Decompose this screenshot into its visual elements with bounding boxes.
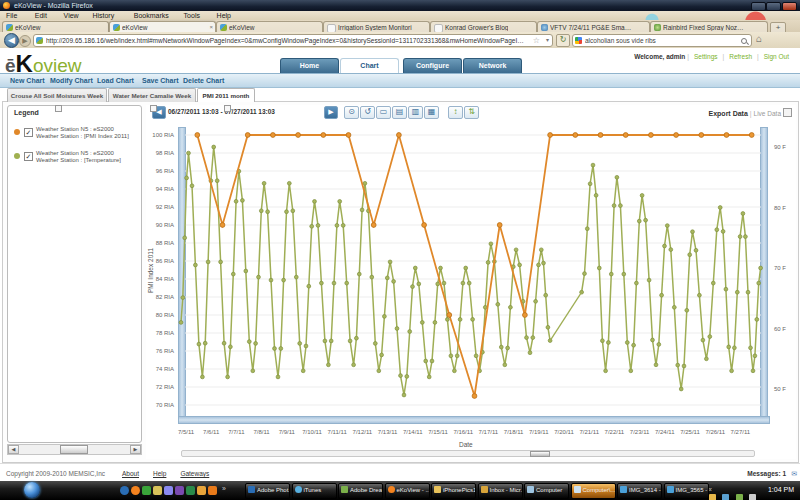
search-field[interactable]: alcoholian sous vide ribs	[572, 34, 752, 47]
vertical-zoom-icon[interactable]: ↕	[448, 106, 463, 119]
subnav-modify-chart[interactable]: Modify Chart	[50, 77, 93, 84]
tray-icon-2[interactable]	[722, 494, 729, 500]
subnav-new-chart[interactable]: New Chart	[10, 77, 45, 84]
media-player-icon[interactable]	[142, 486, 151, 495]
messages-icon[interactable]: ✉	[791, 470, 797, 478]
tray-icon-3[interactable]	[736, 494, 743, 500]
taskbar-button-1[interactable]: Adobe Phot...	[245, 483, 290, 499]
search-magnifier-icon[interactable]	[741, 38, 747, 44]
temperature-point	[509, 305, 513, 309]
chart-scrollbar[interactable]	[181, 450, 755, 457]
temperature-point	[609, 272, 613, 276]
menu-help[interactable]: Help	[217, 12, 231, 19]
next-range-button[interactable]: ▶	[324, 106, 338, 119]
settings-link[interactable]: Settings	[694, 53, 718, 60]
nav-tab-chart[interactable]: Chart	[340, 58, 399, 73]
menu-file[interactable]: File	[6, 12, 17, 19]
scroll-right-arrow[interactable]: ▶	[130, 445, 141, 454]
close-button[interactable]	[782, 2, 797, 11]
menu-tools[interactable]: Tools	[184, 12, 200, 19]
start-button[interactable]	[24, 482, 40, 498]
menu-bookmarks[interactable]: Bookmarks	[134, 12, 169, 19]
taskbar-button-2[interactable]: iTunes	[292, 483, 337, 499]
taskbar-button-10[interactable]: IMG_3565 - ...	[664, 483, 709, 499]
taskbar-button-4[interactable]: eKoView - ...	[385, 483, 430, 499]
quick-launch-overflow-icon[interactable]: »	[222, 485, 226, 492]
taskbar-button-6[interactable]: Inbox - Micr...	[478, 483, 523, 499]
undo-zoom-icon[interactable]: ↺	[360, 106, 375, 119]
nav-tab-configure[interactable]: Configure	[403, 58, 462, 73]
footer-link-help[interactable]: Help	[153, 470, 166, 477]
menu-view[interactable]: View	[64, 12, 79, 19]
doc-tab-2[interactable]: Water Meter Camalie Week	[108, 88, 196, 102]
plot-region[interactable]	[178, 127, 768, 424]
legend-scroll-thumb[interactable]	[60, 445, 88, 454]
interval-clock-icon[interactable]: ⊙	[344, 106, 359, 119]
back-button[interactable]: ◀	[4, 33, 19, 48]
export-data-link[interactable]: Export Data	[709, 110, 748, 117]
nav-tab-network[interactable]: Network	[463, 58, 522, 73]
bookmark-star-icon[interactable]: ☆	[533, 35, 540, 46]
firefox-icon[interactable]	[131, 486, 140, 495]
legend-scrollbar[interactable]: ◀ ▶	[7, 444, 142, 455]
footer-link-about[interactable]: About	[122, 470, 139, 477]
subnav-save-chart[interactable]: Save Chart	[142, 77, 179, 84]
tab-close-icon[interactable]: ×	[209, 24, 213, 30]
temperature-point	[411, 285, 415, 289]
taskbar-button-5[interactable]: iPhonePics11	[431, 483, 476, 499]
left-axis-tick: 96 RIA	[146, 168, 174, 174]
messenger-icon[interactable]	[175, 486, 184, 495]
temperature-point	[363, 181, 367, 185]
temperature-point	[212, 145, 216, 149]
chart-scroll-thumb[interactable]	[530, 451, 550, 457]
taskbar-clock: 1:04 PM	[768, 486, 794, 493]
print-icon[interactable]: ▤	[392, 106, 407, 119]
ie-icon[interactable]	[120, 486, 129, 495]
live-data-checkbox[interactable]	[783, 108, 792, 117]
excel-icon[interactable]	[186, 486, 195, 495]
menu-edit[interactable]: Edit	[35, 12, 47, 19]
doc-tab-close-icon[interactable]	[55, 105, 62, 112]
sign-out-link[interactable]: Sign Out	[764, 53, 789, 60]
explorer-icon[interactable]	[153, 486, 162, 495]
doc-tab-1[interactable]: Crouse All Soil Moistures Week	[7, 88, 107, 102]
doc-tab-close-icon[interactable]	[224, 105, 231, 112]
tray-volume-icon[interactable]	[749, 494, 756, 500]
doc-tab-close-icon[interactable]	[150, 105, 157, 112]
fit-window-icon[interactable]: ▭	[376, 106, 391, 119]
temperature-point	[685, 308, 689, 312]
minimize-button[interactable]	[751, 2, 766, 11]
doc-tab-3[interactable]: PMI 2011 month	[197, 88, 255, 102]
taskbar-button-8[interactable]: Computer\...	[571, 483, 616, 499]
reload-button[interactable]: ↻	[556, 34, 570, 47]
subnav-delete-chart[interactable]: Delete Chart	[183, 77, 224, 84]
legend-checkbox[interactable]: ✓	[24, 128, 33, 137]
taskbar-button-7[interactable]: Computer	[524, 483, 569, 499]
temperature-point	[669, 248, 673, 252]
refresh-link[interactable]: Refresh	[729, 53, 752, 60]
export-file-icon[interactable]: ▦	[424, 106, 439, 119]
home-button[interactable]: ⌂	[756, 33, 762, 44]
nav-tab-home[interactable]: Home	[280, 58, 339, 73]
temperature-point	[698, 293, 702, 297]
scroll-left-arrow[interactable]: ◀	[8, 445, 19, 454]
left-axis-tick: 72 RIA	[146, 384, 174, 390]
legend-checkbox[interactable]: ✓	[24, 152, 33, 161]
series-toggle-icon[interactable]: ⇅	[464, 106, 479, 119]
temperature-point	[461, 281, 465, 285]
url-field[interactable]: http://209.65.186.16/web/index.html#mwNe…	[33, 34, 553, 47]
footer-link-gateways[interactable]: Gateways	[180, 470, 209, 477]
calendar-icon[interactable]	[197, 486, 206, 495]
maximize-button[interactable]	[766, 2, 781, 11]
temperature-point	[405, 375, 409, 379]
taskbar-button-9[interactable]: IMG_3614 - ...	[617, 483, 662, 499]
publisher-icon[interactable]	[208, 486, 217, 495]
taskbar-button-3[interactable]: Adobe Drea...	[338, 483, 383, 499]
subnav-load-chart[interactable]: Load Chart	[97, 77, 134, 84]
copy-data-icon[interactable]: ▥	[408, 106, 423, 119]
snagit-icon[interactable]	[164, 486, 173, 495]
tray-icon-1[interactable]	[709, 494, 716, 500]
url-dropdown-icon[interactable]: ▾	[546, 35, 549, 46]
forward-button[interactable]: ▶	[19, 35, 31, 47]
menu-history[interactable]: History	[92, 12, 114, 19]
